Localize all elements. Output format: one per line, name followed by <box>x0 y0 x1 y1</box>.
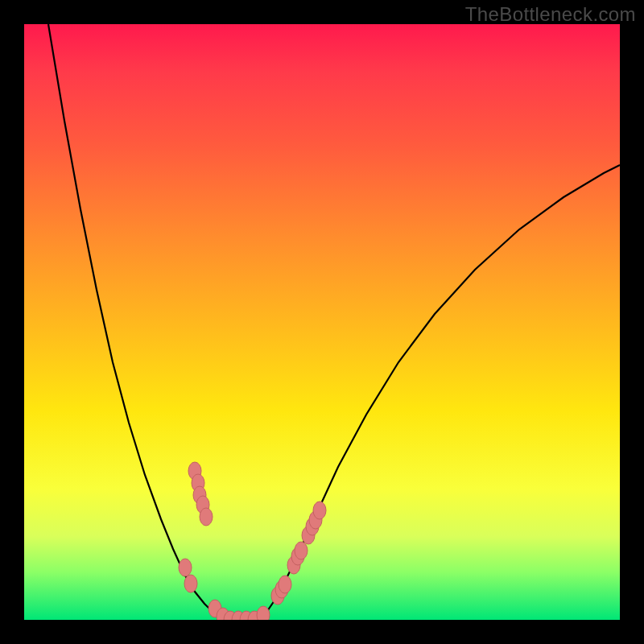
data-marker <box>279 576 291 593</box>
watermark-text: TheBottleneck.com <box>465 3 636 26</box>
chart-frame: TheBottleneck.com <box>0 0 644 644</box>
marker-cluster <box>179 462 326 620</box>
plot-area <box>24 24 620 620</box>
data-marker <box>295 542 308 559</box>
data-marker <box>184 575 197 592</box>
data-marker <box>313 502 326 519</box>
bottleneck-curve <box>48 24 620 620</box>
data-marker <box>200 508 213 526</box>
data-marker <box>179 559 192 576</box>
data-marker <box>257 606 270 620</box>
curve-layer <box>24 24 620 620</box>
